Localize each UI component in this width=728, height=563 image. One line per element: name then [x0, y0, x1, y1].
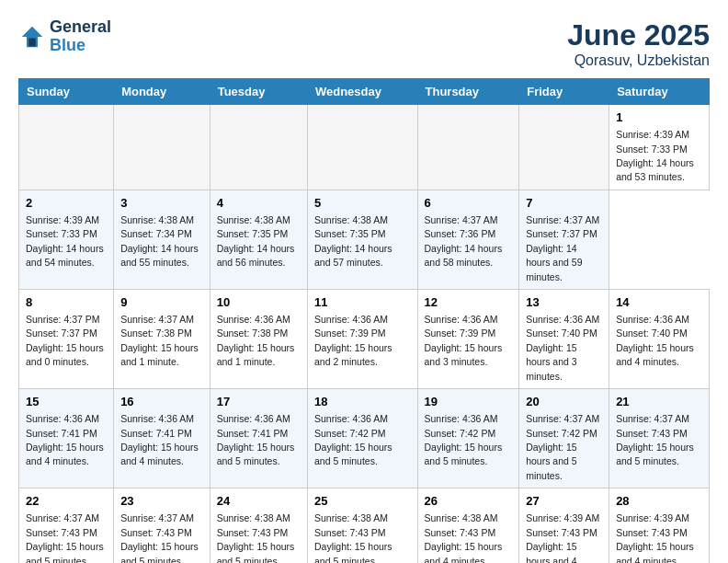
sunset-info: Sunset: 7:35 PM [314, 228, 386, 239]
calendar-day-cell: 11 Sunrise: 4:36 AM Sunset: 7:39 PM Dayl… [307, 289, 417, 388]
daylight-info: Daylight: 14 hours and 53 minutes. [616, 157, 694, 182]
svg-rect-2 [28, 38, 36, 46]
calendar-day-cell: 16 Sunrise: 4:36 AM Sunset: 7:41 PM Dayl… [114, 389, 210, 488]
calendar-week-row: 1 Sunrise: 4:39 AM Sunset: 7:33 PM Dayli… [19, 105, 710, 190]
daylight-info: Daylight: 15 hours and 5 minutes. [526, 442, 576, 481]
daylight-info: Daylight: 15 hours and 4 minutes. [616, 541, 694, 563]
sunrise-info: Sunrise: 4:36 AM [314, 314, 388, 325]
day-of-week-header: Thursday [417, 79, 519, 105]
sunset-info: Sunset: 7:43 PM [616, 527, 688, 538]
calendar-day-cell: 7 Sunrise: 4:37 AM Sunset: 7:37 PM Dayli… [519, 190, 609, 289]
calendar-day-cell: 3 Sunrise: 4:38 AM Sunset: 7:34 PM Dayli… [114, 190, 210, 289]
day-number: 20 [526, 394, 602, 410]
calendar-week-row: 2 Sunrise: 4:39 AM Sunset: 7:33 PM Dayli… [19, 190, 710, 289]
sunrise-info: Sunrise: 4:37 AM [526, 413, 599, 424]
day-number: 1 [616, 109, 702, 126]
calendar-day-cell: 15 Sunrise: 4:36 AM Sunset: 7:41 PM Dayl… [19, 389, 114, 488]
calendar-day-cell: 5 Sunrise: 4:38 AM Sunset: 7:35 PM Dayli… [307, 190, 417, 289]
sunset-info: Sunset: 7:37 PM [26, 327, 97, 339]
daylight-info: Daylight: 15 hours and 3 minutes. [425, 342, 503, 367]
sunrise-info: Sunrise: 4:36 AM [26, 413, 99, 424]
sunrise-info: Sunrise: 4:36 AM [425, 314, 498, 325]
sunset-info: Sunset: 7:38 PM [120, 327, 192, 339]
calendar-day-cell: 8 Sunrise: 4:37 PM Sunset: 7:37 PM Dayli… [19, 289, 114, 388]
day-number: 26 [425, 493, 513, 510]
calendar-day-cell: 17 Sunrise: 4:36 AM Sunset: 7:41 PM Dayl… [210, 389, 307, 488]
day-number: 4 [217, 195, 301, 212]
calendar-header-row: SundayMondayTuesdayWednesdayThursdayFrid… [19, 79, 710, 105]
empty-cell [210, 105, 307, 190]
daylight-info: Daylight: 15 hours and 1 minute. [120, 342, 199, 367]
calendar-day-cell: 20 Sunrise: 4:37 AM Sunset: 7:42 PM Dayl… [519, 389, 609, 488]
daylight-info: Daylight: 15 hours and 4 minutes. [616, 342, 694, 367]
day-number: 22 [26, 493, 107, 510]
day-number: 19 [425, 394, 513, 410]
sunrise-info: Sunrise: 4:37 AM [616, 413, 689, 424]
calendar-week-row: 22 Sunrise: 4:37 AM Sunset: 7:43 PM Dayl… [19, 488, 710, 563]
sunrise-info: Sunrise: 4:36 AM [616, 314, 689, 325]
logo-text: General Blue [50, 18, 111, 55]
sunset-info: Sunset: 7:41 PM [26, 428, 97, 439]
daylight-info: Daylight: 14 hours and 55 minutes. [120, 243, 199, 268]
day-of-week-header: Friday [519, 79, 609, 105]
calendar-subtitle: Qorasuv, Uzbekistan [567, 52, 710, 69]
sunset-info: Sunset: 7:39 PM [425, 327, 496, 339]
sunrise-info: Sunrise: 4:37 AM [120, 314, 194, 325]
sunset-info: Sunset: 7:40 PM [616, 327, 688, 339]
daylight-info: Daylight: 15 hours and 5 minutes. [26, 541, 104, 563]
day-number: 15 [26, 394, 107, 410]
sunset-info: Sunset: 7:34 PM [120, 228, 192, 239]
day-number: 18 [314, 394, 411, 410]
sunrise-info: Sunrise: 4:38 AM [217, 512, 290, 523]
calendar-day-cell: 12 Sunrise: 4:36 AM Sunset: 7:39 PM Dayl… [417, 289, 519, 388]
sunset-info: Sunset: 7:42 PM [425, 428, 496, 439]
day-number: 12 [425, 294, 513, 311]
calendar-week-row: 15 Sunrise: 4:36 AM Sunset: 7:41 PM Dayl… [19, 389, 710, 488]
day-of-week-header: Saturday [609, 79, 710, 105]
day-number: 10 [217, 294, 301, 311]
daylight-info: Daylight: 15 hours and 5 minutes. [120, 541, 199, 563]
day-number: 7 [526, 195, 602, 212]
daylight-info: Daylight: 15 hours and 5 minutes. [425, 442, 503, 466]
sunset-info: Sunset: 7:41 PM [120, 428, 192, 439]
sunset-info: Sunset: 7:35 PM [217, 228, 289, 239]
daylight-info: Daylight: 15 hours and 5 minutes. [616, 442, 694, 466]
sunset-info: Sunset: 7:42 PM [526, 428, 597, 439]
calendar-day-cell: 2 Sunrise: 4:39 AM Sunset: 7:33 PM Dayli… [19, 190, 114, 289]
sunrise-info: Sunrise: 4:37 AM [120, 512, 194, 523]
daylight-info: Daylight: 14 hours and 57 minutes. [314, 243, 392, 268]
day-number: 11 [314, 294, 411, 311]
sunrise-info: Sunrise: 4:37 AM [526, 214, 599, 225]
sunset-info: Sunset: 7:37 PM [526, 228, 597, 239]
sunrise-info: Sunrise: 4:38 AM [217, 214, 290, 225]
sunrise-info: Sunrise: 4:38 AM [314, 512, 388, 523]
calendar-day-cell: 4 Sunrise: 4:38 AM Sunset: 7:35 PM Dayli… [210, 190, 307, 289]
day-number: 25 [314, 493, 411, 510]
sunset-info: Sunset: 7:42 PM [314, 428, 386, 439]
calendar-day-cell: 27 Sunrise: 4:39 AM Sunset: 7:43 PM Dayl… [519, 488, 609, 563]
sunrise-info: Sunrise: 4:36 AM [217, 413, 290, 424]
calendar-day-cell: 28 Sunrise: 4:39 AM Sunset: 7:43 PM Dayl… [609, 488, 710, 563]
calendar-day-cell: 24 Sunrise: 4:38 AM Sunset: 7:43 PM Dayl… [210, 488, 307, 563]
calendar-day-cell: 23 Sunrise: 4:37 AM Sunset: 7:43 PM Dayl… [114, 488, 210, 563]
day-number: 14 [616, 294, 702, 311]
calendar-table: SundayMondayTuesdayWednesdayThursdayFrid… [18, 78, 710, 563]
sunset-info: Sunset: 7:40 PM [526, 327, 597, 339]
daylight-info: Daylight: 15 hours and 4 minutes. [26, 442, 104, 466]
day-number: 28 [616, 493, 702, 510]
sunset-info: Sunset: 7:43 PM [616, 428, 688, 439]
empty-cell [519, 105, 609, 190]
calendar-day-cell: 13 Sunrise: 4:36 AM Sunset: 7:40 PM Dayl… [519, 289, 609, 388]
calendar-day-cell: 1 Sunrise: 4:39 AM Sunset: 7:33 PM Dayli… [609, 105, 710, 190]
day-number: 24 [217, 493, 301, 510]
daylight-info: Daylight: 15 hours and 2 minutes. [314, 342, 392, 367]
sunset-info: Sunset: 7:43 PM [425, 527, 496, 538]
daylight-info: Daylight: 14 hours and 59 minutes. [526, 243, 582, 282]
daylight-info: Daylight: 14 hours and 54 minutes. [26, 243, 104, 268]
empty-cell [307, 105, 417, 190]
sunset-info: Sunset: 7:33 PM [616, 144, 688, 155]
day-number: 5 [314, 195, 411, 212]
calendar-day-cell: 10 Sunrise: 4:36 AM Sunset: 7:38 PM Dayl… [210, 289, 307, 388]
calendar-day-cell: 25 Sunrise: 4:38 AM Sunset: 7:43 PM Dayl… [307, 488, 417, 563]
day-number: 6 [425, 195, 513, 212]
